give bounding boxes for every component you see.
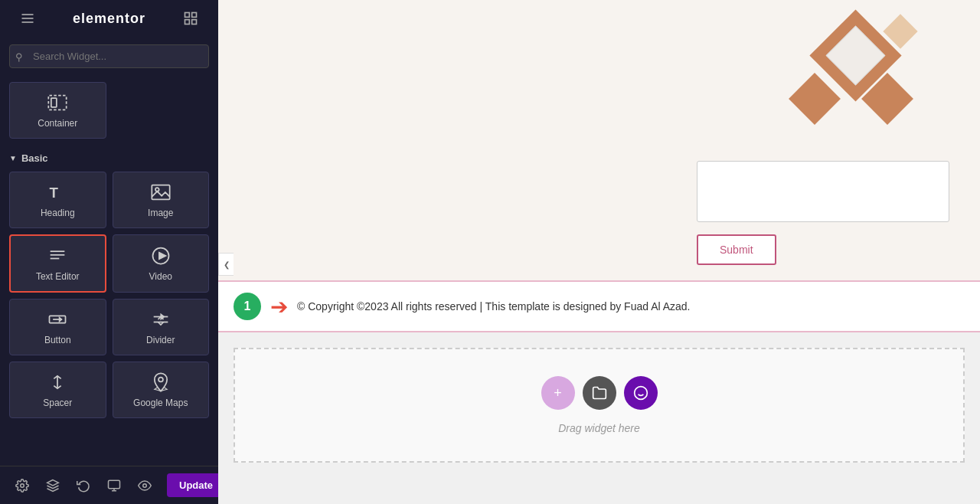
canvas-top-section: [218, 0, 980, 146]
top-bar: elementor: [0, 0, 218, 37]
footer-bar: 1 ➔ © Copyright ©2023 All rights reserve…: [218, 280, 980, 332]
widget-text-editor-label: Text Editor: [36, 271, 80, 282]
basic-section-header: ▼ Basic: [0, 145, 218, 169]
canvas-content: Submit 1 ➔ © Copyright ©2023 All rights …: [218, 0, 980, 463]
step-circle: 1: [234, 293, 261, 320]
svg-text:T: T: [50, 185, 59, 201]
svg-point-31: [143, 483, 147, 487]
settings-icon-button[interactable]: [8, 473, 37, 499]
drag-widget-text: Drag widget here: [558, 422, 640, 434]
bottom-toolbar: Update ▲: [0, 466, 218, 504]
submit-button[interactable]: Submit: [697, 234, 776, 265]
svg-rect-3: [185, 13, 190, 18]
svg-point-26: [21, 483, 24, 487]
form-textarea[interactable]: [697, 161, 949, 222]
svg-rect-6: [192, 20, 197, 25]
search-bar: ⚲: [0, 37, 218, 76]
chevron-down-icon: ▼: [9, 154, 17, 162]
widget-container[interactable]: Container: [9, 82, 106, 139]
svg-marker-19: [60, 317, 63, 322]
left-panel: elementor ⚲ Container: [0, 0, 218, 504]
widget-heading-label: Heading: [41, 208, 75, 218]
widget-button-label: Button: [44, 335, 71, 345]
widget-google-maps[interactable]: Google Maps: [113, 362, 210, 418]
drag-action-buttons: +: [541, 376, 658, 410]
widgets-scroll: Container ▼ Basic T Heading: [0, 76, 218, 466]
widget-divider-label: Divider: [146, 335, 175, 345]
history-icon-button[interactable]: [69, 473, 98, 499]
arrow-right-icon: ➔: [270, 294, 288, 319]
widget-container-label: Container: [38, 118, 77, 129]
collapse-panel-button[interactable]: ❮: [218, 253, 234, 276]
svg-marker-16: [158, 252, 165, 259]
widget-video-label: Video: [149, 271, 172, 282]
update-button[interactable]: Update: [167, 473, 225, 497]
search-icon: ⚲: [15, 51, 23, 62]
elementor-logo: elementor: [73, 11, 145, 27]
svg-marker-27: [47, 479, 59, 486]
diamond-shapes: [773, 15, 942, 130]
widget-spacer-label: Spacer: [43, 398, 72, 408]
template-button[interactable]: [624, 376, 658, 410]
footer-copyright-text: © Copyright ©2023 All rights reserved | …: [297, 300, 691, 313]
grid-menu-button[interactable]: [175, 5, 206, 32]
decorative-image: [750, 15, 965, 130]
search-input[interactable]: [9, 44, 209, 68]
svg-rect-10: [152, 185, 169, 200]
canvas-area: Submit 1 ➔ © Copyright ©2023 All rights …: [218, 0, 980, 504]
toolbar-icons: [0, 473, 167, 499]
svg-point-25: [158, 378, 163, 382]
widget-video[interactable]: Video: [113, 234, 210, 293]
svg-rect-28: [109, 480, 120, 489]
basic-widgets-grid: T Heading Image: [0, 169, 218, 424]
widget-text-editor[interactable]: Text Editor: [9, 234, 106, 293]
container-section: Container: [0, 76, 218, 145]
responsive-icon-button[interactable]: [100, 473, 129, 499]
eye-icon-button[interactable]: [130, 473, 159, 499]
widget-google-maps-label: Google Maps: [133, 398, 188, 408]
widget-button[interactable]: Button: [9, 299, 106, 355]
add-widget-button[interactable]: +: [541, 376, 575, 410]
folder-button[interactable]: [583, 376, 616, 410]
svg-point-32: [634, 387, 647, 400]
form-container: Submit: [697, 161, 949, 265]
form-section: Submit: [218, 146, 980, 280]
layers-icon-button[interactable]: [38, 473, 67, 499]
drag-widget-area[interactable]: + Drag widget here: [234, 348, 965, 463]
widget-spacer[interactable]: Spacer: [9, 362, 106, 418]
hamburger-menu-button[interactable]: [12, 5, 43, 32]
svg-rect-8: [51, 98, 57, 107]
widget-divider[interactable]: Divider: [113, 299, 210, 355]
widget-image-label: Image: [148, 208, 173, 218]
svg-rect-4: [192, 13, 197, 18]
widget-image[interactable]: Image: [113, 172, 210, 228]
svg-rect-5: [185, 20, 190, 25]
widget-heading[interactable]: T Heading: [9, 172, 106, 228]
basic-section-label: Basic: [21, 152, 48, 164]
